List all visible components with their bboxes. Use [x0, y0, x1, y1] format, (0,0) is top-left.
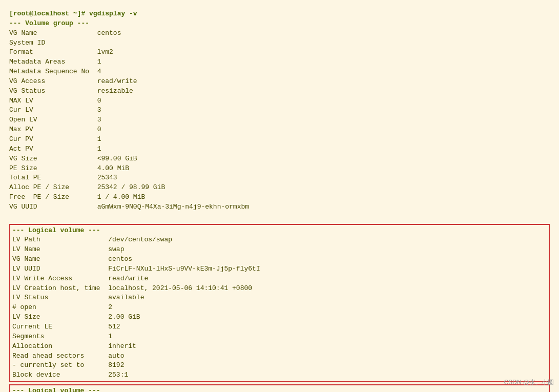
vg-field: Cur PV 1	[9, 135, 550, 145]
lv1-fields: LV Path /dev/centos/swapLV Name swapVG N…	[12, 235, 547, 380]
lv1-field: Current LE 512	[12, 322, 547, 332]
vg-field: Max PV 0	[9, 125, 550, 135]
vg-field: PE Size 4.00 MiB	[9, 164, 550, 174]
vg-field: Format lvm2	[9, 48, 550, 57]
lv1-field: LV Write Access read/write	[12, 274, 547, 284]
vg-fields: VG Name centosSystem ID Format lvm2Metad…	[9, 29, 550, 212]
vg-spacer	[9, 212, 550, 222]
watermark: CSDN @张、小圆	[504, 378, 554, 387]
lv-section-1: --- Logical volume --- LV Path /dev/cent…	[9, 224, 550, 383]
lv1-field: VG Name centos	[12, 255, 547, 264]
vg-field: Act PV 1	[9, 145, 550, 154]
vg-field: Metadata Sequence No 4	[9, 67, 550, 77]
lv1-field: LV UUID FiCrLF-NXul-lHxS-u9VV-kE3m-Jj5p-…	[12, 264, 547, 274]
vg-field: MAX LV 0	[9, 96, 550, 106]
lv1-field: LV Creation host, time localhost, 2021-0…	[12, 284, 547, 294]
lv1-field: LV Path /dev/centos/swap	[12, 235, 547, 245]
lv-section-2: --- Logical volume --- LV Path /dev/cent…	[9, 384, 550, 392]
lv1-header: --- Logical volume ---	[12, 226, 547, 236]
lv1-field: Read ahead sectors auto	[12, 352, 547, 361]
vg-field: VG Size <99.00 GiB	[9, 154, 550, 164]
vg-field: Metadata Areas 1	[9, 57, 550, 67]
vg-field: Alloc PE / Size 25342 / 98.99 GiB	[9, 183, 550, 193]
lv1-field: # open 2	[12, 303, 547, 313]
vg-field: Open LV 3	[9, 115, 550, 125]
lv1-field: LV Name swap	[12, 245, 547, 255]
vg-field: VG UUID aGmWxm-9N0Q-M4Xa-3iMg-n4j9-ekhn-…	[9, 202, 550, 212]
vg-field: VG Name centos	[9, 29, 550, 38]
lv1-field: LV Size 2.00 GiB	[12, 313, 547, 322]
lv2-header: --- Logical volume ---	[12, 386, 547, 392]
lv1-field: LV Status available	[12, 293, 547, 303]
lv1-field: Segments 1	[12, 332, 547, 342]
lv1-field: - currently set to 8192	[12, 361, 547, 370]
prompt-line: [root@localhost ~]# vgdisplay -v	[9, 9, 550, 19]
vg-section-header: --- Volume group ---	[9, 19, 550, 29]
vg-field: VG Access read/write	[9, 77, 550, 87]
vg-field: Total PE 25343	[9, 173, 550, 183]
lv1-field: Block device 253:1	[12, 370, 547, 380]
vg-field: VG Status resizable	[9, 87, 550, 96]
vg-field: Free PE / Size 1 / 4.00 MiB	[9, 193, 550, 202]
vg-field: System ID	[9, 38, 550, 48]
vg-field: Cur LV 3	[9, 106, 550, 115]
lv1-field: Allocation inherit	[12, 342, 547, 352]
terminal: [root@localhost ~]# vgdisplay -v --- Vol…	[5, 5, 554, 392]
